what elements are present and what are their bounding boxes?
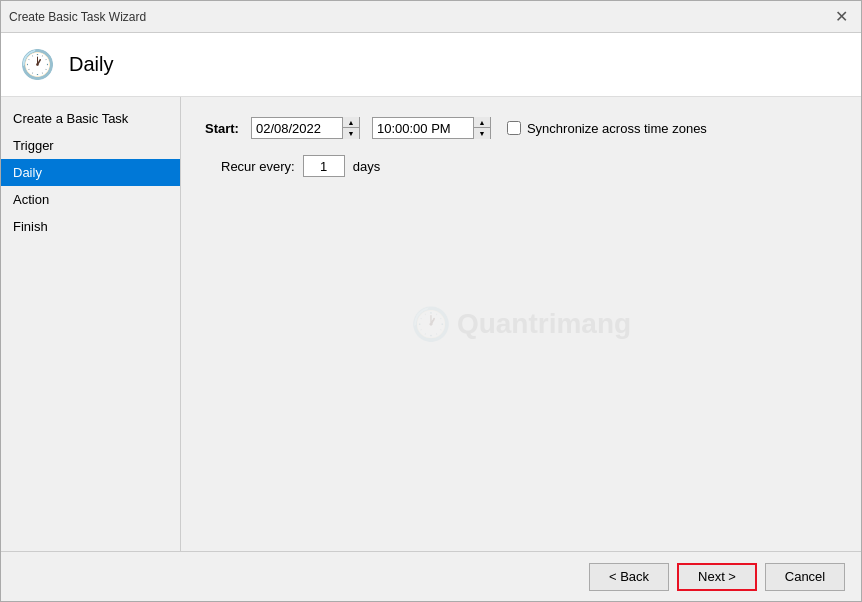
back-button[interactable]: < Back [589,563,669,591]
sync-checkbox[interactable] [507,121,521,135]
close-button[interactable]: ✕ [829,5,853,29]
next-button[interactable]: Next > [677,563,757,591]
watermark-text: Quantrimang [457,308,631,340]
watermark: 🕐 Quantrimang [411,305,631,343]
sidebar-item-action[interactable]: Action [1,186,180,213]
time-spinner-up[interactable]: ▲ [474,117,490,128]
date-spinner: ▲ ▼ [342,117,359,139]
sidebar-item-daily[interactable]: Daily [1,159,180,186]
main-content: Create a Basic Task Trigger Daily Action… [1,97,861,551]
window: Create Basic Task Wizard ✕ 🕐 Daily Creat… [0,0,862,602]
sidebar-item-create-basic-task[interactable]: Create a Basic Task [1,105,180,132]
header: 🕐 Daily [1,33,861,97]
footer: < Back Next > Cancel [1,551,861,601]
header-title: Daily [69,53,113,76]
recur-input-wrapper [303,155,345,177]
date-input-wrapper: ▲ ▼ [251,117,360,139]
watermark-icon: 🕐 [411,305,451,343]
cancel-button[interactable]: Cancel [765,563,845,591]
recur-input[interactable] [304,156,344,176]
sync-checkbox-wrapper: Synchronize across time zones [507,121,707,136]
start-row: Start: ▲ ▼ ▲ ▼ [205,117,837,139]
time-input-wrapper: ▲ ▼ [372,117,491,139]
start-label: Start: [205,121,239,136]
days-label: days [353,159,380,174]
recur-row: Recur every: days [221,155,837,177]
sidebar-item-trigger[interactable]: Trigger [1,132,180,159]
time-input[interactable] [373,118,473,138]
content-area: 🕐 Quantrimang Start: ▲ ▼ [181,97,861,551]
date-spinner-down[interactable]: ▼ [343,128,359,139]
window-title: Create Basic Task Wizard [9,10,829,24]
sidebar-item-finish[interactable]: Finish [1,213,180,240]
sidebar: Create a Basic Task Trigger Daily Action… [1,97,181,551]
task-icon: 🕐 [17,45,57,85]
date-spinner-up[interactable]: ▲ [343,117,359,128]
title-bar: Create Basic Task Wizard ✕ [1,1,861,33]
sync-label[interactable]: Synchronize across time zones [527,121,707,136]
date-input[interactable] [252,118,342,138]
time-spinner: ▲ ▼ [473,117,490,139]
time-spinner-down[interactable]: ▼ [474,128,490,139]
recur-label: Recur every: [221,159,295,174]
